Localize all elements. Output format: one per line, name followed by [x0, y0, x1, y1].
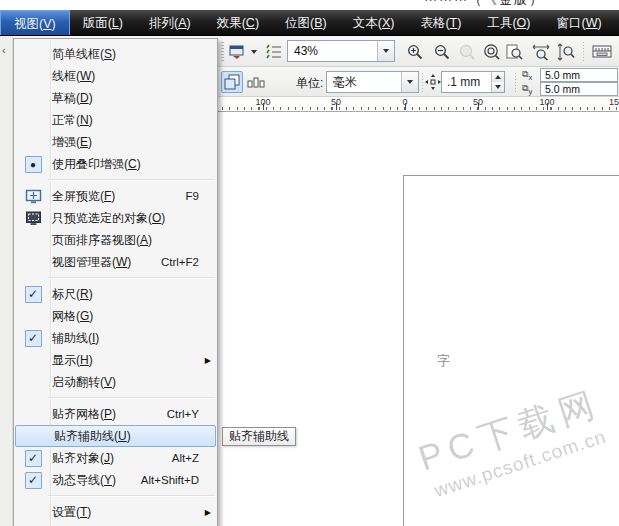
menu-item-enable-rollover[interactable]: 启动翻转(V) [14, 371, 217, 393]
unit-value: 毫米 [327, 74, 401, 91]
radio-bullet-icon: ● [25, 156, 42, 173]
zoom-in-icon[interactable] [404, 41, 426, 63]
zoom-combobox-chevron[interactable] [377, 41, 394, 61]
menubar-item-arrange[interactable]: 排列(A) [136, 10, 204, 35]
nudge-spin-up[interactable] [492, 72, 504, 82]
menubar-item-help[interactable]: 帮助(H) [615, 10, 619, 35]
menu-item-snap-to-grid[interactable]: 贴齐网格(P)Ctrl+Y [14, 403, 217, 425]
duplicate-x-icon: ⧉x [522, 69, 532, 82]
presenter-dropdown-caret[interactable] [248, 41, 260, 63]
menu-separator [14, 393, 217, 403]
menu-item-simple-wireframe[interactable]: 简单线框(S) [14, 43, 217, 65]
view-menu-dropdown: 简单线框(S) 线框(W) 草稿(D) 正常(N) 增强(E) ● 使用叠印增强… [13, 38, 218, 526]
duplicate-distance-y-field[interactable]: 5.0 mm [540, 82, 618, 96]
nudge-spin-down[interactable] [492, 82, 504, 92]
toolbar-separator [422, 73, 423, 92]
window-title-strip: ⋯⋯⋯（《金版） [0, 0, 619, 10]
toolbar-separator [583, 42, 584, 61]
duplicate-y-icon: ⧉y [522, 83, 532, 96]
menubar-item-text[interactable]: 文本(X) [340, 10, 408, 35]
zoom-out-icon[interactable] [431, 41, 453, 63]
menu-item-fullscreen-preview[interactable]: 全屏预览(F)F9 [14, 185, 217, 207]
zoom-level-value: 43% [288, 44, 377, 58]
nudge-offset-value: .1 mm [442, 72, 491, 92]
menu-item-grid[interactable]: 网格(G) [14, 305, 217, 327]
submenu-arrow-icon: ▶ [205, 508, 211, 517]
nudge-offset-icon [424, 71, 442, 93]
menu-separator [14, 175, 217, 185]
menu-item-enhanced[interactable]: 增强(E) [14, 131, 217, 153]
menu-item-page-sorter-view[interactable]: 页面排序器视图(A) [14, 229, 217, 251]
menu-item-wireframe[interactable]: 线框(W) [14, 65, 217, 87]
menu-item-enhanced-with-overprints[interactable]: ● 使用叠印增强(C) [14, 153, 217, 175]
ruler-major-tick [478, 103, 479, 110]
menu-item-rulers[interactable]: ✓ 标尺(R) [14, 283, 217, 305]
checkmark-icon: ✓ [25, 286, 42, 303]
menu-bar: 视图(V) 版面(L) 排列(A) 效果(C) 位图(B) 文本(X) 表格(T… [0, 10, 619, 36]
preview-selected-icon [25, 211, 42, 226]
zoom-height-icon[interactable] [555, 41, 577, 63]
left-toolbar-strip: ‹ [0, 36, 13, 526]
menu-item-setup[interactable]: 设置(T) ▶ [14, 501, 217, 523]
duplicate-distance-x-field[interactable]: 5.0 mm [540, 68, 618, 82]
scroll-left-chevron: ‹ [2, 44, 6, 56]
toolbar-separator [515, 73, 516, 92]
menu-item-guidelines[interactable]: ✓ 辅助线(I) [14, 327, 217, 349]
unit-combobox[interactable]: 毫米 [326, 71, 419, 93]
window-ruler-icon[interactable] [591, 41, 613, 63]
page-text-object[interactable]: 字 [437, 352, 450, 370]
checkmark-icon: ✓ [25, 450, 42, 467]
menubar-item-tools[interactable]: 工具(O) [474, 10, 543, 35]
view-checklist-icon[interactable] [263, 41, 285, 63]
ruler-major-tick [263, 103, 264, 110]
zoom-width-icon[interactable] [530, 41, 552, 63]
checkmark-icon: ✓ [25, 330, 42, 347]
menubar-item-view[interactable]: 视图(V) [0, 10, 70, 35]
zoom-all-objects-icon[interactable] [481, 41, 503, 63]
menubar-item-layout[interactable]: 版面(L) [70, 10, 136, 35]
fullscreen-preview-icon [25, 189, 42, 204]
partial-title-text: ⋯⋯⋯（《金版） [424, 0, 544, 9]
menu-separator [14, 273, 217, 283]
ruler-major-tick [405, 103, 406, 110]
ruler-label: 15 [609, 97, 619, 107]
zoom-selected-icon [456, 41, 478, 63]
unit-label: 单位: [296, 75, 323, 92]
menubar-item-effects[interactable]: 效果(C) [204, 10, 272, 35]
document-page[interactable] [403, 175, 619, 526]
menu-separator [14, 491, 217, 501]
nudge-offset-field[interactable]: .1 mm [441, 71, 505, 93]
menu-item-view-manager[interactable]: 视图管理器(W)Ctrl+F2 [14, 251, 217, 273]
checkmark-icon: ✓ [25, 472, 42, 489]
menu-item-snap-to-guidelines[interactable]: 贴齐辅助线(U) [15, 425, 216, 447]
menu-item-draft[interactable]: 草稿(D) [14, 87, 217, 109]
ruler-major-tick [336, 103, 337, 110]
unit-combobox-chevron[interactable] [401, 72, 418, 92]
menubar-item-window[interactable]: 窗口(W) [543, 10, 614, 35]
cascade-pages-icon[interactable] [221, 71, 243, 93]
menu-item-snap-to-objects[interactable]: ✓ 贴齐对象(J)Alt+Z [14, 447, 217, 469]
menubar-item-bitmaps[interactable]: 位图(B) [272, 10, 340, 35]
menu-item-dynamic-guides[interactable]: ✓ 动态导线(Y)Alt+Shift+D [14, 469, 217, 491]
ruler-minor-ticks [222, 107, 619, 110]
tooltip: 贴齐辅助线 [222, 427, 296, 446]
menubar-item-table[interactable]: 表格(T) [407, 10, 474, 35]
menu-item-preview-selected-only[interactable]: 只预览选定的对象(O) [14, 207, 217, 229]
submenu-arrow-icon: ▶ [205, 356, 211, 365]
pages-row-icon[interactable] [245, 71, 267, 93]
ruler-major-tick [547, 103, 548, 110]
menu-item-show[interactable]: 显示(H) ▶ [14, 349, 217, 371]
toolbar-grip[interactable] [221, 42, 224, 61]
app-window: ⋯⋯⋯（《金版） 视图(V) 版面(L) 排列(A) 效果(C) 位图(B) 文… [0, 0, 619, 526]
zoom-page-icon[interactable] [503, 41, 525, 63]
presenter-monitor-icon[interactable] [226, 41, 248, 63]
menu-item-normal[interactable]: 正常(N) [14, 109, 217, 131]
zoom-level-combobox[interactable]: 43% [287, 40, 395, 62]
